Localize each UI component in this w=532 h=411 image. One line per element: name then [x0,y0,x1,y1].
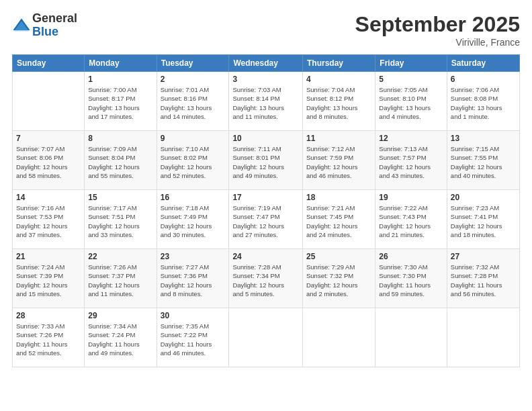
day-info-14: Sunrise: 7:16 AM Sunset: 7:53 PM Dayligh… [16,203,81,239]
day-number-13: 13 [451,134,516,143]
day-info-22: Sunrise: 7:26 AM Sunset: 7:37 PM Dayligh… [88,263,152,298]
cell-w4-d2: 23Sunrise: 7:27 AM Sunset: 7:36 PM Dayli… [157,249,229,308]
day-number-23: 23 [161,252,226,261]
cell-w1-d3: 3Sunrise: 7:03 AM Sunset: 8:14 PM Daylig… [229,72,303,131]
day-number-28: 28 [16,311,81,320]
day-number-3: 3 [232,75,299,84]
day-number-7: 7 [16,134,81,143]
day-number-18: 18 [306,193,371,202]
cell-w4-d3: 24Sunrise: 7:28 AM Sunset: 7:34 PM Dayli… [229,249,303,308]
cell-w2-d4: 11Sunrise: 7:12 AM Sunset: 7:59 PM Dayli… [303,131,375,190]
week-row-1: 1Sunrise: 7:00 AM Sunset: 8:17 PM Daylig… [13,72,520,131]
day-info-21: Sunrise: 7:24 AM Sunset: 7:39 PM Dayligh… [16,263,81,298]
col-friday: Friday [375,55,447,72]
day-info-3: Sunrise: 7:03 AM Sunset: 8:14 PM Dayligh… [232,85,299,121]
day-info-19: Sunrise: 7:22 AM Sunset: 7:43 PM Dayligh… [379,203,443,239]
day-number-2: 2 [161,75,226,84]
day-info-11: Sunrise: 7:12 AM Sunset: 7:59 PM Dayligh… [306,144,371,180]
day-info-26: Sunrise: 7:30 AM Sunset: 7:30 PM Dayligh… [379,263,443,298]
cell-w3-d4: 18Sunrise: 7:21 AM Sunset: 7:45 PM Dayli… [303,190,375,249]
day-number-4: 4 [306,75,371,84]
day-number-6: 6 [451,75,516,84]
day-number-16: 16 [161,193,226,202]
cell-w1-d1: 1Sunrise: 7:00 AM Sunset: 8:17 PM Daylig… [85,72,157,131]
day-info-24: Sunrise: 7:28 AM Sunset: 7:34 PM Dayligh… [232,263,299,298]
week-row-5: 28Sunrise: 7:33 AM Sunset: 7:26 PM Dayli… [13,308,520,367]
day-info-10: Sunrise: 7:11 AM Sunset: 8:01 PM Dayligh… [232,144,299,180]
day-info-9: Sunrise: 7:10 AM Sunset: 8:02 PM Dayligh… [161,144,226,180]
day-number-12: 12 [379,134,443,143]
day-number-21: 21 [16,252,81,261]
day-info-25: Sunrise: 7:29 AM Sunset: 7:32 PM Dayligh… [306,263,371,298]
day-info-27: Sunrise: 7:32 AM Sunset: 7:28 PM Dayligh… [451,263,516,298]
logo-blue-text: Blue [32,26,77,39]
day-info-28: Sunrise: 7:33 AM Sunset: 7:26 PM Dayligh… [16,322,81,357]
col-monday: Monday [85,55,157,72]
day-info-7: Sunrise: 7:07 AM Sunset: 8:06 PM Dayligh… [16,144,81,180]
week-row-3: 14Sunrise: 7:16 AM Sunset: 7:53 PM Dayli… [13,190,520,249]
day-info-13: Sunrise: 7:15 AM Sunset: 7:55 PM Dayligh… [451,144,516,180]
cell-w5-d3 [229,308,303,367]
col-tuesday: Tuesday [157,55,229,72]
day-number-1: 1 [88,75,152,84]
cell-w1-d4: 4Sunrise: 7:04 AM Sunset: 8:12 PM Daylig… [303,72,375,131]
day-info-1: Sunrise: 7:00 AM Sunset: 8:17 PM Dayligh… [88,85,152,121]
cell-w4-d5: 26Sunrise: 7:30 AM Sunset: 7:30 PM Dayli… [375,249,447,308]
day-info-2: Sunrise: 7:01 AM Sunset: 8:16 PM Dayligh… [161,85,226,121]
location: Viriville, France [355,37,520,48]
day-info-23: Sunrise: 7:27 AM Sunset: 7:36 PM Dayligh… [161,263,226,298]
cell-w3-d5: 19Sunrise: 7:22 AM Sunset: 7:43 PM Dayli… [375,190,447,249]
cell-w5-d2: 30Sunrise: 7:35 AM Sunset: 7:22 PM Dayli… [157,308,229,367]
day-number-8: 8 [88,134,152,143]
col-wednesday: Wednesday [229,55,303,72]
title-block: September 2025 Viriville, France [355,12,520,48]
day-info-29: Sunrise: 7:34 AM Sunset: 7:24 PM Dayligh… [88,322,152,357]
day-number-29: 29 [88,311,152,320]
day-info-4: Sunrise: 7:04 AM Sunset: 8:12 PM Dayligh… [306,85,371,121]
col-thursday: Thursday [303,55,375,72]
cell-w4-d4: 25Sunrise: 7:29 AM Sunset: 7:32 PM Dayli… [303,249,375,308]
day-number-15: 15 [88,193,152,202]
day-info-17: Sunrise: 7:19 AM Sunset: 7:47 PM Dayligh… [232,203,299,239]
cell-w1-d0 [13,72,85,131]
day-info-16: Sunrise: 7:18 AM Sunset: 7:49 PM Dayligh… [161,203,226,239]
cell-w5-d1: 29Sunrise: 7:34 AM Sunset: 7:24 PM Dayli… [85,308,157,367]
day-number-26: 26 [379,252,443,261]
cell-w5-d6 [447,308,519,367]
cell-w3-d6: 20Sunrise: 7:23 AM Sunset: 7:41 PM Dayli… [447,190,519,249]
day-number-9: 9 [161,134,226,143]
cell-w5-d5 [375,308,447,367]
day-number-24: 24 [232,252,299,261]
cell-w3-d3: 17Sunrise: 7:19 AM Sunset: 7:47 PM Dayli… [229,190,303,249]
day-number-14: 14 [16,193,81,202]
logo-general-text: General [32,12,77,26]
cell-w4-d6: 27Sunrise: 7:32 AM Sunset: 7:28 PM Dayli… [447,249,519,308]
cell-w2-d0: 7Sunrise: 7:07 AM Sunset: 8:06 PM Daylig… [13,131,85,190]
col-sunday: Sunday [13,55,85,72]
cell-w3-d1: 15Sunrise: 7:17 AM Sunset: 7:51 PM Dayli… [85,190,157,249]
day-info-30: Sunrise: 7:35 AM Sunset: 7:22 PM Dayligh… [161,322,226,357]
cell-w4-d0: 21Sunrise: 7:24 AM Sunset: 7:39 PM Dayli… [13,249,85,308]
cell-w3-d2: 16Sunrise: 7:18 AM Sunset: 7:49 PM Dayli… [157,190,229,249]
cell-w4-d1: 22Sunrise: 7:26 AM Sunset: 7:37 PM Dayli… [85,249,157,308]
day-info-6: Sunrise: 7:06 AM Sunset: 8:08 PM Dayligh… [451,85,516,121]
cell-w2-d1: 8Sunrise: 7:09 AM Sunset: 8:04 PM Daylig… [85,131,157,190]
cell-w2-d5: 12Sunrise: 7:13 AM Sunset: 7:57 PM Dayli… [375,131,447,190]
day-number-5: 5 [379,75,443,84]
cell-w3-d0: 14Sunrise: 7:16 AM Sunset: 7:53 PM Dayli… [13,190,85,249]
cell-w2-d6: 13Sunrise: 7:15 AM Sunset: 7:55 PM Dayli… [447,131,519,190]
logo-icon [12,16,31,35]
day-number-30: 30 [161,311,226,320]
day-number-10: 10 [232,134,299,143]
day-number-11: 11 [306,134,371,143]
cell-w1-d5: 5Sunrise: 7:05 AM Sunset: 8:10 PM Daylig… [375,72,447,131]
cell-w1-d2: 2Sunrise: 7:01 AM Sunset: 8:16 PM Daylig… [157,72,229,131]
day-info-20: Sunrise: 7:23 AM Sunset: 7:41 PM Dayligh… [451,203,516,239]
col-saturday: Saturday [447,55,519,72]
logo: General Blue [12,12,77,39]
month-title: September 2025 [355,12,520,37]
day-info-15: Sunrise: 7:17 AM Sunset: 7:51 PM Dayligh… [88,203,152,239]
day-number-19: 19 [379,193,443,202]
day-info-5: Sunrise: 7:05 AM Sunset: 8:10 PM Dayligh… [379,85,443,121]
cell-w2-d3: 10Sunrise: 7:11 AM Sunset: 8:01 PM Dayli… [229,131,303,190]
